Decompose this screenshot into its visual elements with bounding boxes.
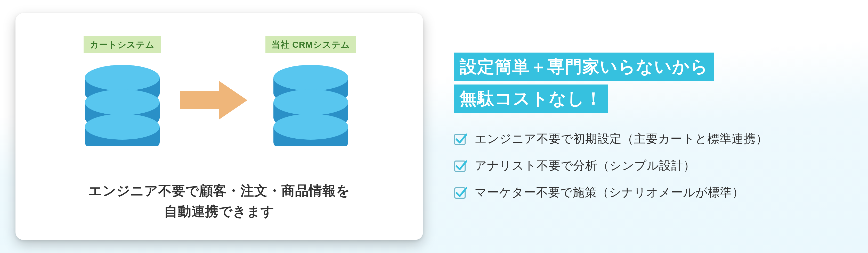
right-panel: 設定簡単＋専門家いらないから 無駄コストなし！ エンジニア不要で初期設定（主要カ…: [454, 52, 852, 201]
list-item: エンジニア不要で初期設定（主要カートと標準連携）: [454, 131, 842, 147]
diagram-caption: エンジニア不要で顧客・注文・商品情報を 自動連携できます: [36, 180, 402, 222]
diagram-row: カートシステム: [82, 36, 356, 146]
arrow-right-icon: [180, 80, 247, 121]
headline-line-1: 設定簡単＋専門家いらないから: [454, 52, 714, 81]
svg-point-7: [273, 89, 348, 115]
check-icon: [454, 133, 467, 145]
svg-point-1: [85, 65, 160, 91]
system-cart: カートシステム: [82, 36, 162, 146]
list-item-label: マーケター不要で施策（シナリオメールが標準）: [475, 184, 744, 201]
database-icon: [271, 64, 351, 146]
svg-marker-4: [180, 81, 247, 119]
caption-line-2: 自動連携できます: [164, 204, 275, 219]
list-item-label: エンジニア不要で初期設定（主要カートと標準連携）: [475, 131, 768, 147]
diagram-card: カートシステム: [16, 13, 423, 240]
svg-point-2: [85, 89, 160, 115]
checklist: エンジニア不要で初期設定（主要カートと標準連携） アナリスト不要で分析（シンプル…: [454, 131, 842, 201]
check-icon: [454, 159, 467, 172]
headline: 設定簡単＋専門家いらないから 無駄コストなし！: [454, 52, 842, 113]
label-cart-system: カートシステム: [84, 36, 161, 53]
list-item: マーケター不要で施策（シナリオメールが標準）: [454, 184, 842, 201]
label-crm-system: 当社 CRMシステム: [266, 36, 356, 53]
check-icon: [454, 186, 467, 199]
caption-line-1: エンジニア不要で顧客・注文・商品情報を: [89, 183, 350, 198]
svg-point-8: [273, 114, 348, 140]
list-item: アナリスト不要で分析（シンプル設計）: [454, 158, 842, 174]
headline-line-2: 無駄コストなし！: [454, 84, 608, 113]
svg-point-3: [85, 114, 160, 140]
database-icon: [82, 64, 162, 146]
system-crm: 当社 CRMシステム: [266, 36, 356, 146]
list-item-label: アナリスト不要で分析（シンプル設計）: [475, 158, 695, 174]
svg-point-6: [273, 65, 348, 91]
